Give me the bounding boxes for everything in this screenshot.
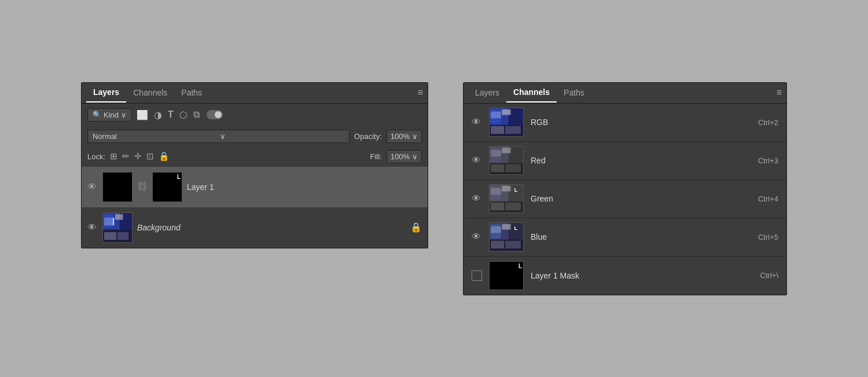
opacity-input[interactable]: 100% ∨ (387, 130, 422, 143)
fill-input[interactable]: 100% ∨ (387, 150, 422, 163)
blending-row: Normal ∨ Opacity: 100% ∨ (82, 126, 428, 147)
layer1-name: Layer 1 (187, 182, 422, 192)
layer-row-layer1[interactable]: 👁 ⛓ L Layer 1 (82, 167, 428, 207)
channel-row-red[interactable]: 👁 Red Ctrl+3 (464, 142, 786, 180)
channels-panel: Layers Channels Paths ≡ 👁 R (463, 82, 787, 295)
image-filter-icon[interactable]: ⬜ (135, 108, 149, 122)
svg-rect-7 (104, 214, 113, 227)
mask-channel-label: L (518, 263, 522, 269)
fill-arrow: ∨ (412, 152, 418, 161)
channel-row-blue[interactable]: 👁 L Blue Ctrl+5 (464, 218, 786, 257)
svg-rect-5 (104, 232, 116, 239)
channel-shortcut-blue: Ctrl+5 (758, 233, 778, 241)
svg-rect-13 (491, 126, 504, 134)
smart-filter-icon[interactable]: ⧉ (192, 108, 201, 121)
channel-shortcut-mask: Ctrl+\ (760, 271, 778, 280)
svg-rect-4 (115, 214, 123, 219)
svg-rect-14 (505, 126, 521, 134)
eye-icon-background[interactable]: 👁 (87, 222, 98, 233)
mask-thumb-label: L (177, 174, 181, 180)
lock-all-icon[interactable]: 🔒 (159, 151, 170, 162)
red-thumb-svg (490, 147, 523, 174)
eye-icon-rgb[interactable]: 👁 (472, 117, 482, 127)
background-name: Background (137, 223, 406, 232)
channel-name-red: Red (531, 156, 751, 165)
blue-thumb-svg: L (490, 223, 523, 251)
blue-thumb: L (489, 222, 524, 251)
blend-mode-label: Normal (93, 132, 218, 141)
svg-rect-6 (117, 232, 128, 239)
tab-paths-left[interactable]: Paths (174, 83, 209, 102)
kind-arrow: ∨ (121, 111, 127, 119)
filter-toggle[interactable] (207, 110, 223, 119)
svg-rect-31 (491, 186, 501, 200)
svg-rect-38 (491, 241, 504, 248)
rgb-thumb-svg (490, 108, 523, 136)
opacity-arrow: ∨ (412, 132, 418, 141)
svg-rect-22 (505, 164, 521, 172)
tab-paths-right[interactable]: Paths (557, 83, 591, 102)
tab-channels-left[interactable]: Channels (126, 83, 174, 102)
filter-row: 🔍 Kind ∨ ⬜ ◑ T ⬡ ⧉ (82, 104, 428, 126)
blend-mode-arrow: ∨ (220, 132, 345, 141)
channel-shortcut-green: Ctrl+4 (758, 195, 778, 203)
tab-layers-left[interactable]: Layers (86, 83, 126, 103)
adjustment-filter-icon[interactable]: ◑ (153, 108, 163, 122)
left-tab-bar: Layers Channels Paths ≡ (82, 83, 428, 104)
svg-rect-39 (505, 241, 521, 248)
opacity-label: Opacity: (354, 132, 382, 141)
channel-row-mask[interactable]: L Layer 1 Mask Ctrl+\ (464, 257, 786, 295)
right-panel-menu-icon[interactable]: ≡ (777, 87, 782, 98)
kind-dropdown[interactable]: 🔍 Kind ∨ (87, 108, 132, 122)
channel-row-rgb[interactable]: 👁 RGB Ctrl+2 (464, 104, 786, 142)
lock-label: Lock: (87, 152, 105, 161)
channel-shortcut-rgb: Ctrl+2 (758, 118, 778, 127)
link-icon-layer1: ⛓ (137, 181, 148, 193)
green-thumb-svg: L (490, 185, 523, 213)
background-thumb (102, 213, 133, 243)
blend-mode-dropdown[interactable]: Normal ∨ (87, 130, 350, 143)
channel-name-green: Green (531, 194, 751, 203)
panels-wrapper: Layers Channels Paths ≡ 🔍 Kind ∨ ⬜ ◑ T ⬡… (81, 82, 787, 295)
lock-artboard-icon[interactable]: ⊡ (146, 151, 154, 162)
channel-row-green[interactable]: 👁 L Green Ctrl+4 (464, 180, 786, 218)
eye-icon-layer1[interactable]: 👁 (87, 182, 98, 192)
eye-icon-blue[interactable]: 👁 (472, 232, 482, 242)
eye-icon-red[interactable]: 👁 (472, 155, 482, 166)
text-filter-icon[interactable]: T (167, 108, 175, 121)
channel-shortcut-red: Ctrl+3 (758, 156, 778, 165)
layer1-thumb (102, 172, 133, 202)
svg-rect-21 (491, 164, 504, 172)
background-lock-icon: 🔒 (410, 222, 422, 233)
opacity-value: 100% (391, 132, 410, 141)
lock-position-icon[interactable]: ✛ (134, 151, 142, 162)
layers-list: 👁 ⛓ L Layer 1 👁 (82, 167, 428, 248)
svg-rect-20 (502, 148, 510, 153)
layers-panel: Layers Channels Paths ≡ 🔍 Kind ∨ ⬜ ◑ T ⬡… (81, 82, 428, 248)
channel-name-mask: Layer 1 Mask (531, 271, 753, 280)
svg-rect-40 (491, 224, 501, 239)
mask-visibility-toggle[interactable] (472, 270, 482, 281)
lock-transparent-icon[interactable]: ⊞ (110, 151, 117, 162)
svg-rect-29 (491, 203, 504, 210)
rgb-thumb (489, 108, 524, 137)
red-thumb (489, 146, 524, 175)
eye-icon-green[interactable]: 👁 (472, 193, 482, 204)
kind-label: Kind (104, 111, 119, 119)
lock-image-icon[interactable]: ✏ (122, 151, 130, 162)
channel-name-blue: Blue (531, 232, 751, 241)
right-tab-bar: Layers Channels Paths ≡ (464, 83, 786, 104)
tab-layers-right[interactable]: Layers (468, 83, 506, 102)
tab-channels-right[interactable]: Channels (506, 83, 557, 103)
svg-text:L: L (514, 225, 517, 231)
svg-text:L: L (514, 186, 517, 193)
shape-filter-icon[interactable]: ⬡ (178, 108, 189, 122)
svg-rect-37 (502, 224, 510, 230)
green-thumb: L (489, 184, 524, 213)
left-panel-menu-icon[interactable]: ≡ (418, 87, 423, 98)
layer-row-background[interactable]: 👁 Background 🔒 (82, 207, 428, 248)
lock-row: Lock: ⊞ ✏ ✛ ⊡ 🔒 Fill: 100% ∨ (82, 147, 428, 167)
layer1-mask-thumb: L (152, 172, 182, 202)
svg-rect-30 (505, 203, 521, 210)
svg-rect-23 (491, 148, 501, 162)
